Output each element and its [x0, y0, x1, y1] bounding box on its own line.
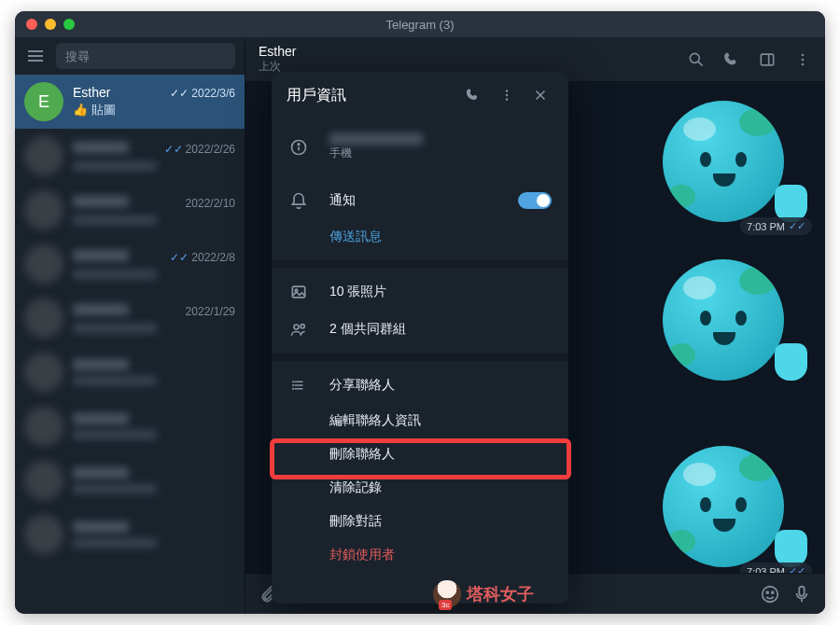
chat-preview [73, 538, 157, 548]
menu-icon[interactable] [24, 45, 47, 67]
list-icon [288, 375, 309, 396]
svg-point-25 [301, 325, 304, 328]
chat-name [73, 304, 129, 315]
chat-preview [73, 270, 157, 279]
clear-history-row[interactable]: 清除記錄 [272, 471, 568, 505]
chat-date: 2022/1/29 [186, 305, 235, 318]
sticker-message[interactable]: 7:03 PM✓✓ [653, 91, 812, 231]
svg-point-31 [293, 388, 294, 389]
sticker-message[interactable] [653, 250, 812, 390]
read-check-icon: ✓✓ [170, 87, 189, 100]
chat-item[interactable]: ✓✓2022/2/8 [15, 237, 245, 291]
sidebar-toggle-icon[interactable] [758, 50, 777, 69]
chat-name [73, 413, 129, 424]
chat-preview [73, 324, 157, 333]
svg-point-16 [506, 98, 508, 100]
delete-contact-row[interactable]: 刪除聯絡人 [272, 438, 568, 471]
panel-close-icon[interactable] [527, 82, 553, 108]
user-info-panel: 用戶資訊 手機 通知 傳送訊息 [272, 72, 568, 604]
share-contact-row[interactable]: 分享聯絡人 [272, 367, 568, 404]
chat-item[interactable]: 2022/2/10 [15, 183, 245, 237]
panel-phone-section: 手機 [272, 118, 568, 176]
chat-preview: 👍 貼圖 [73, 102, 235, 118]
svg-point-29 [293, 382, 294, 382]
block-user-label: 封鎖使用者 [329, 547, 395, 563]
chat-item[interactable] [15, 507, 245, 562]
svg-rect-22 [292, 286, 304, 298]
chat-name [73, 250, 129, 261]
panel-call-icon[interactable] [460, 82, 486, 108]
share-contact-label: 分享聯絡人 [329, 377, 395, 394]
svg-point-8 [802, 58, 805, 61]
delete-contact-label: 刪除聯絡人 [329, 446, 395, 463]
chat-preview [73, 161, 157, 171]
watermark: 3c 塔科女子 [433, 580, 534, 608]
chat-date: ✓✓2022/2/26 [164, 143, 235, 156]
watermark-badge: 3c [439, 600, 452, 610]
groups-row[interactable]: 2 個共同群組 [272, 311, 568, 348]
phone-value [329, 133, 423, 145]
svg-point-10 [763, 586, 778, 602]
chat-item[interactable] [15, 399, 245, 453]
delete-chat-row[interactable]: 刪除對話 [272, 505, 568, 538]
more-icon[interactable] [793, 50, 812, 69]
maximize-window-button[interactable] [63, 19, 75, 30]
notifications-toggle[interactable] [518, 192, 552, 209]
emoji-icon[interactable] [760, 584, 780, 604]
chat-preview [73, 430, 157, 439]
notifications-row[interactable]: 通知 [272, 182, 568, 219]
avatar [24, 244, 63, 284]
chat-item[interactable]: EEsther✓✓2022/3/6👍 貼圖 [15, 75, 245, 129]
chat-date: ✓✓2022/2/8 [170, 251, 235, 264]
sidebar-header [15, 37, 245, 75]
read-check-icon: ✓✓ [170, 251, 189, 264]
chat-item[interactable] [15, 345, 245, 399]
phone-row[interactable]: 手機 [272, 124, 568, 171]
avatar [24, 353, 63, 392]
edit-contact-row[interactable]: 編輯聯絡人資訊 [272, 404, 568, 438]
notifications-label: 通知 [329, 192, 497, 209]
panel-header: 用戶資訊 [272, 72, 568, 118]
panel-actions-section: 分享聯絡人 編輯聯絡人資訊 刪除聯絡人 清除記錄 刪除對話 封鎖使用者 [272, 361, 568, 577]
panel-more-icon[interactable] [494, 82, 520, 108]
read-check-icon: ✓✓ [164, 143, 183, 156]
chat-item[interactable]: 2022/1/29 [15, 291, 245, 345]
groups-label: 2 個共同群組 [329, 321, 406, 338]
clear-history-label: 清除記錄 [329, 479, 382, 496]
panel-media-section: 10 張照片 2 個共同群組 [272, 268, 568, 354]
svg-point-24 [294, 325, 299, 329]
chat-item[interactable]: ✓✓2022/2/26 [15, 129, 245, 183]
edit-contact-label: 編輯聯絡人資訊 [329, 412, 421, 429]
avatar [24, 407, 63, 446]
chat-preview [73, 215, 157, 225]
block-user-row[interactable]: 封鎖使用者 [272, 538, 568, 572]
chat-name [73, 359, 129, 370]
minimize-window-button[interactable] [45, 19, 56, 30]
group-icon [288, 319, 309, 340]
svg-rect-5 [761, 54, 773, 65]
search-input[interactable] [56, 43, 235, 69]
svg-point-11 [766, 591, 768, 593]
chat-header-name: Esther [259, 44, 687, 59]
search-icon[interactable] [687, 50, 706, 69]
chat-date: 2022/2/10 [186, 197, 235, 210]
call-icon[interactable] [722, 50, 741, 69]
read-check-icon: ✓✓ [789, 565, 805, 573]
send-message-link[interactable]: 傳送訊息 [272, 219, 568, 255]
mic-icon[interactable] [791, 584, 812, 604]
image-icon [288, 282, 309, 302]
watermark-avatar: 3c [433, 580, 461, 608]
svg-rect-13 [799, 586, 805, 595]
close-window-button[interactable] [26, 19, 37, 30]
svg-point-9 [802, 62, 805, 65]
avatar [24, 515, 63, 554]
svg-point-3 [690, 53, 699, 62]
watermark-text: 塔科女子 [467, 583, 534, 605]
svg-point-30 [293, 385, 294, 386]
sticker-message[interactable]: 7:03 PM✓✓ [653, 437, 812, 573]
photos-label: 10 張照片 [329, 284, 386, 300]
message-timestamp: 7:03 PM✓✓ [740, 562, 812, 573]
photos-row[interactable]: 10 張照片 [272, 273, 568, 311]
chat-name [73, 142, 129, 153]
chat-item[interactable] [15, 453, 245, 507]
